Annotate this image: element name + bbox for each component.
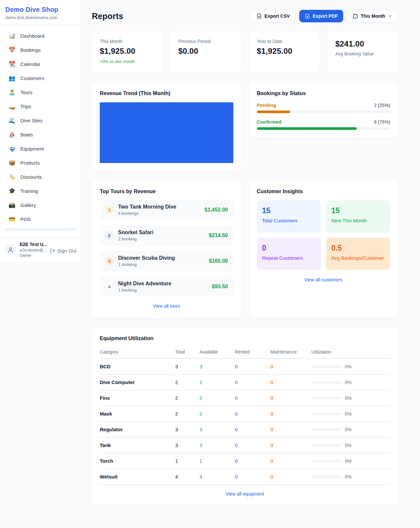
confirmed-progress-track (257, 127, 390, 130)
logout-icon (50, 248, 55, 254)
sailboat-icon: ⛵ (9, 131, 15, 138)
sidebar-item-dashboard[interactable]: 📊 Dashboard (4, 30, 77, 42)
sidebar-item-dive-sites[interactable]: 🌊 Dive Sites (4, 114, 77, 127)
stat-card-this-month: This Month $1,925.00 +0% vs last month (92, 31, 162, 73)
table-row: BCD 3 3 0 0 0% (100, 359, 390, 375)
col-rented: Rented (235, 347, 270, 359)
col-utilization: Utilization (311, 347, 390, 359)
tile-repeat-customers: 0 Repeat Customers (257, 238, 321, 270)
sidebar-item-equipment[interactable]: 🤿 Equipment (4, 142, 77, 155)
this-month-value: $1,925.00 (100, 47, 155, 56)
tile-total-customers: 15 Total Customers (257, 200, 321, 233)
sidebar-item-pos[interactable]: 💳 POS (4, 213, 77, 226)
previous-period-value: $0.00 (178, 47, 233, 56)
top-tours-title: Top Tours by Revenue (100, 189, 233, 194)
pending-value: 2 (25%) (374, 103, 390, 108)
confirmed-label: Confirmed (257, 119, 282, 125)
wave-icon: 🌊 (9, 117, 15, 124)
this-month-delta: +0% vs last month (100, 59, 155, 64)
sidebar-item-gallery[interactable]: 📸 Gallery (4, 199, 77, 212)
table-row: Mask 2 2 0 0 0% (100, 406, 390, 422)
people-icon: 👥 (9, 75, 15, 82)
customer-insights-card: Customer Insights 15 Total Customers 15 … (249, 181, 398, 318)
table-row: Wetsuit 4 4 0 0 0% (100, 469, 390, 485)
export-pdf-button[interactable]: Export PDF (299, 10, 343, 22)
user-email: e2e-tester@... (20, 248, 47, 253)
period-dropdown[interactable]: This Month (347, 10, 398, 22)
export-csv-button[interactable]: Export CSV (251, 10, 295, 22)
view-all-customers-link[interactable]: View all customers (257, 277, 390, 282)
revenue-trend-title: Revenue Trend (This Month) (100, 91, 233, 96)
table-row: Regulator 3 3 0 0 0% (100, 422, 390, 437)
bookings-by-status-card: Bookings by Status Pending 2 (25%) Confi… (249, 83, 398, 138)
view-all-tours-link[interactable]: View all tours (100, 303, 233, 309)
sign-out-button[interactable]: Sign Out (50, 248, 76, 254)
diving-mask-icon: 🤿 (9, 145, 15, 152)
table-row: Dive Computer 2 2 0 0 0% (100, 375, 390, 390)
user-role: Owner (20, 253, 47, 258)
bar-chart-icon: 📊 (9, 32, 15, 39)
pending-progress-track (257, 111, 390, 113)
status-row-confirmed: Confirmed 6 (75%) (257, 119, 390, 130)
tour-row: 1 Two Tank Morning Dive 5 bookings $1,45… (100, 200, 233, 220)
tour-row: 3 Discover Scuba Diving 1 booking $165.0… (100, 251, 233, 271)
table-row: Tank 3 3 0 0 0% (100, 437, 390, 453)
revenue-bar (100, 102, 233, 163)
tour-row: 4 Night Dive Adventure 1 booking $93.50 (100, 276, 233, 297)
view-all-equipment-link[interactable]: View all equipment (100, 491, 390, 497)
equipment-utilization-card: Equipment Utilization Category Total Ava… (92, 328, 398, 505)
package-icon: 📦 (9, 159, 15, 166)
pending-progress-fill (257, 111, 290, 113)
sidebar-item-training[interactable]: 🎓 Training (4, 185, 77, 197)
utilization-bar (311, 381, 342, 384)
sidebar-nav: 📊 Dashboard 📅 Bookings 📆 Calendar 👥 Cust… (0, 25, 81, 237)
utilization-bar (311, 428, 342, 431)
sidebar-item-bookings[interactable]: 📅 Bookings (4, 44, 77, 56)
sidebar-item-tours[interactable]: 🏝️ Tours (4, 86, 77, 99)
status-row-pending: Pending 2 (25%) (257, 102, 390, 113)
shop-domain: demo.test.divestreams.com (5, 15, 76, 20)
credit-card-icon: 💳 (9, 216, 15, 223)
page-title: Reports (92, 11, 123, 21)
tear-off-calendar-icon: 📆 (9, 61, 15, 68)
utilization-bar (311, 476, 342, 478)
col-maintenance: Maintenance (270, 347, 311, 359)
customer-insights-title: Customer Insights (257, 189, 390, 194)
utilization-bar (311, 444, 342, 447)
avatar (5, 244, 16, 256)
stat-card-previous-period: Previous Period $0.00 (170, 31, 241, 73)
sidebar-item-reports-partial[interactable] (5, 228, 76, 231)
year-to-date-value: $1,925.00 (257, 47, 312, 56)
rank-badge: 3 (105, 257, 114, 265)
stat-card-avg-booking-value: $241.00 Avg Booking Value (327, 31, 398, 73)
col-total: Total (175, 347, 200, 359)
col-available: Available (200, 347, 235, 359)
confirmed-value: 6 (75%) (374, 119, 390, 125)
utilization-bar (311, 460, 342, 462)
sidebar-item-trips[interactable]: 🚤 Trips (4, 100, 77, 113)
tour-row: 2 Snorkel Safari 1 booking $214.50 (100, 225, 233, 246)
equipment-table: Category Total Available Rented Maintena… (100, 347, 390, 485)
col-category: Category (100, 347, 175, 359)
user-footer: E2E Test U... e2e-tester@... Owner Sign … (0, 237, 81, 262)
sidebar-item-products[interactable]: 📦 Products (4, 156, 77, 169)
sidebar-item-boats[interactable]: ⛵ Boats (4, 128, 77, 141)
equipment-utilization-title: Equipment Utilization (100, 335, 390, 341)
sidebar-item-calendar[interactable]: 📆 Calendar (4, 58, 77, 71)
tile-avg-bookings-customer: 0.5 Avg Bookings/Customer (326, 238, 390, 270)
rank-badge: 4 (105, 282, 114, 291)
rank-badge: 2 (105, 231, 114, 240)
avg-booking-value: $241.00 (335, 39, 390, 49)
island-icon: 🏝️ (9, 89, 15, 96)
utilization-bar (311, 397, 342, 399)
tag-icon: 🏷️ (9, 173, 15, 180)
user-name: E2E Test U... (20, 242, 47, 247)
brand: Demo Dive Shop demo.test.divestreams.com (0, 0, 81, 25)
table-row: Torch 1 1 0 0 0% (100, 453, 390, 469)
sidebar-item-discounts[interactable]: 🏷️ Discounts (4, 171, 77, 183)
sidebar-item-customers[interactable]: 👥 Customers (4, 72, 77, 85)
chevron-down-icon (388, 14, 392, 18)
stat-card-year-to-date: Year to Date $1,925.00 (249, 31, 320, 73)
speedboat-icon: 🚤 (9, 103, 15, 110)
utilization-bar (311, 365, 342, 368)
